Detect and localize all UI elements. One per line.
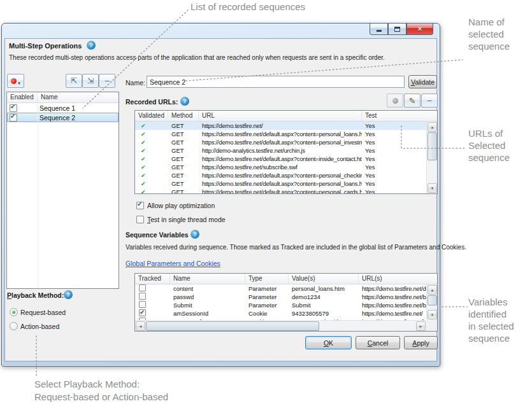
url-cell: https://demo.testfire.net/default.aspx?c… bbox=[199, 130, 362, 138]
url-row[interactable]: ✔ GET https://demo.testfire.net/default.… bbox=[135, 138, 437, 146]
url-row[interactable]: ✔ GET https://demo.testfire.net/default.… bbox=[135, 188, 437, 194]
scrollbar-thumb[interactable] bbox=[146, 321, 319, 331]
sequence-list: Enabled Name ✔ Sequence 1 ✔ Sequence 2 bbox=[6, 92, 119, 289]
column-header-url[interactable]: URL bbox=[199, 111, 362, 121]
playback-help-icon[interactable]: ? bbox=[64, 290, 73, 299]
variable-name-cell: content bbox=[170, 284, 245, 293]
url-row[interactable]: ✔ GET https://demo.testfire.net/ Yes bbox=[135, 122, 437, 130]
enabled-checkbox[interactable]: ✔ bbox=[10, 114, 17, 122]
tracked-cell: ✔ bbox=[135, 309, 170, 318]
column-separator bbox=[38, 103, 38, 288]
import-sequence-button[interactable]: ⇲ bbox=[82, 74, 99, 88]
annotation-line: Name of bbox=[468, 16, 510, 28]
variables-table-header: Tracked Name Type Value(s) URL(s) bbox=[135, 274, 437, 284]
annotation-line: Select Playback Method: bbox=[34, 378, 168, 391]
variable-urls-cell: https://demo.testfire.net/ba bbox=[359, 293, 437, 301]
validated-cell: ✔ bbox=[135, 179, 168, 188]
column-header-test[interactable]: Test bbox=[362, 111, 437, 121]
sequence-name-input[interactable] bbox=[147, 76, 405, 88]
close-button[interactable]: ✕ bbox=[406, 24, 433, 35]
variable-row[interactable]: ✔ amSessionId Cookie 94323805579 https:/… bbox=[135, 309, 437, 318]
url-cell: https://demo.testfire.net/default.aspx?c… bbox=[199, 171, 362, 179]
minimize-button[interactable] bbox=[370, 24, 388, 35]
annotation-line: sequence bbox=[468, 151, 510, 164]
radio-request-based[interactable] bbox=[10, 308, 18, 316]
column-header-enabled[interactable]: Enabled bbox=[7, 92, 38, 102]
sequence-list-header: Enabled Name bbox=[7, 92, 119, 103]
radio-action-based[interactable] bbox=[10, 322, 18, 330]
scroll-up-button[interactable]: ▲ bbox=[428, 122, 437, 132]
export-sequence-button[interactable]: ⇱ bbox=[66, 74, 82, 88]
multi-step-operations-dialog: ✕ Multi-Step Operations ? These recorded… bbox=[1, 23, 440, 367]
column-header-values[interactable]: Value(s) bbox=[289, 274, 359, 284]
urls-vertical-scrollbar[interactable]: ▲ ▼ bbox=[426, 122, 437, 193]
annotation-line: URLs of bbox=[468, 127, 510, 139]
check-icon: ✔ bbox=[137, 200, 142, 207]
variable-row[interactable]: passwd Parameter demo1234 https://demo.t… bbox=[135, 293, 437, 301]
scrollbar-thumb[interactable] bbox=[428, 132, 437, 160]
column-header-tracked[interactable]: Tracked bbox=[135, 274, 170, 284]
variable-urls-cell: https://demo.testfire.net/ bbox=[359, 309, 437, 318]
variables-horizontal-scrollbar[interactable]: ◄ ► bbox=[135, 320, 426, 331]
validated-check-icon: ✔ bbox=[141, 139, 146, 146]
scrollbar-thumb[interactable] bbox=[428, 295, 437, 305]
scroll-down-button[interactable]: ▼ bbox=[428, 310, 437, 319]
tracked-checkbox[interactable] bbox=[139, 293, 146, 300]
tracked-checkbox[interactable] bbox=[139, 301, 146, 308]
column-header-name[interactable]: Name bbox=[170, 274, 245, 284]
url-row[interactable]: ✔ GET https://demo.testfire.net/default.… bbox=[135, 155, 437, 163]
annotation-line: Variables bbox=[468, 296, 514, 308]
scroll-left-button[interactable]: ◄ bbox=[136, 321, 145, 331]
scroll-right-button[interactable]: ► bbox=[416, 321, 426, 331]
column-header-method[interactable]: Method bbox=[168, 111, 199, 121]
validate-button[interactable]: Validate bbox=[408, 75, 437, 88]
column-header-type[interactable]: Type bbox=[245, 274, 289, 284]
variables-vertical-scrollbar[interactable]: ▲ ▼ bbox=[426, 284, 437, 320]
apply-button[interactable]: Apply bbox=[404, 336, 438, 349]
column-header-validated[interactable]: Validated bbox=[135, 111, 168, 121]
variable-row[interactable]: content Parameter personal_loans.htm htt… bbox=[135, 284, 437, 293]
maximize-button[interactable] bbox=[388, 24, 406, 35]
scrollbar-corner bbox=[426, 320, 437, 331]
sequence-row-selected[interactable]: ✔ Sequence 2 bbox=[7, 113, 119, 122]
sequence-variables-help-icon[interactable]: ? bbox=[191, 230, 199, 239]
validated-cell: ✔ bbox=[135, 138, 168, 146]
variable-row[interactable]: Submit Parameter Submit https://demo.tes… bbox=[135, 301, 437, 309]
method-cell: GET bbox=[168, 179, 199, 188]
scroll-left-icon: ◄ bbox=[139, 325, 143, 328]
remove-url-button[interactable]: – bbox=[421, 94, 438, 108]
column-header-urls[interactable]: URL(s) bbox=[359, 274, 437, 284]
method-cell: GET bbox=[168, 122, 199, 130]
edit-url-button[interactable]: ✎ bbox=[404, 94, 421, 108]
scroll-down-button[interactable]: ▼ bbox=[428, 183, 437, 193]
variable-type-cell: Parameter bbox=[245, 293, 289, 301]
global-parameters-cookies-link[interactable]: Global Parameters and Cookies bbox=[126, 260, 220, 267]
record-url-button[interactable] bbox=[387, 94, 403, 108]
help-glyph: ? bbox=[66, 291, 70, 298]
url-row[interactable]: ✔ GET https://demo.testfire.net/subscrib… bbox=[135, 163, 437, 171]
validated-cell: ✔ bbox=[135, 146, 168, 155]
cancel-button[interactable]: Cancel bbox=[356, 336, 400, 349]
url-row[interactable]: ✔ GET https://demo.testfire.net/default.… bbox=[135, 130, 437, 138]
url-row[interactable]: ✔ GET http://demo-analytics.testfire.net… bbox=[135, 146, 437, 155]
column-header-name[interactable]: Name bbox=[38, 92, 119, 102]
scroll-up-button[interactable]: ▲ bbox=[428, 285, 437, 295]
ok-button[interactable]: OK bbox=[305, 336, 352, 349]
url-row[interactable]: ✔ GET https://demo.testfire.net/default.… bbox=[135, 179, 437, 188]
radio-request-based-label: Request-based bbox=[20, 309, 66, 316]
tracked-checkbox[interactable] bbox=[139, 284, 146, 291]
allow-play-optimization-checkbox[interactable]: ✔ bbox=[136, 202, 144, 209]
enabled-checkbox[interactable]: ✔ bbox=[10, 104, 17, 112]
tracked-checkbox[interactable]: ✔ bbox=[139, 309, 146, 316]
multi-step-help-icon[interactable]: ? bbox=[87, 41, 96, 50]
window-titlebar[interactable]: ✕ bbox=[2, 24, 440, 38]
sequence-row[interactable]: ✔ Sequence 1 bbox=[7, 103, 119, 113]
single-thread-mode-checkbox[interactable] bbox=[136, 216, 144, 223]
dialog-title: Multi-Step Operations bbox=[9, 42, 82, 50]
remove-sequence-button[interactable]: – bbox=[99, 74, 115, 88]
recorded-urls-help-icon[interactable]: ? bbox=[180, 97, 189, 106]
record-sequence-button[interactable]: ▾ bbox=[7, 74, 24, 88]
caption-buttons: ✕ bbox=[370, 24, 433, 35]
url-row[interactable]: ✔ GET https://demo.testfire.net/default.… bbox=[135, 171, 437, 179]
dialog-description: These recorded multi-step operations acc… bbox=[9, 54, 385, 61]
